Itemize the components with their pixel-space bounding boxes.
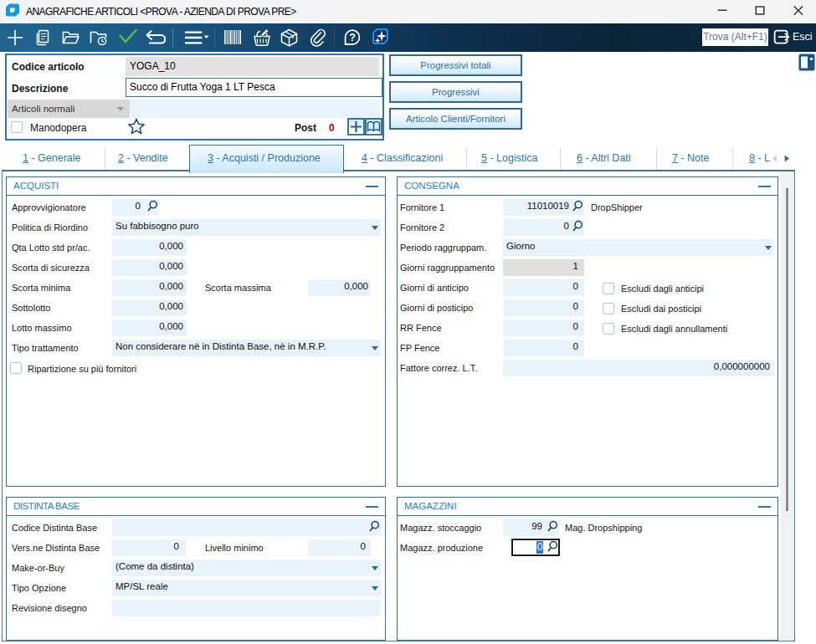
svg-text:?: ? xyxy=(349,32,356,43)
